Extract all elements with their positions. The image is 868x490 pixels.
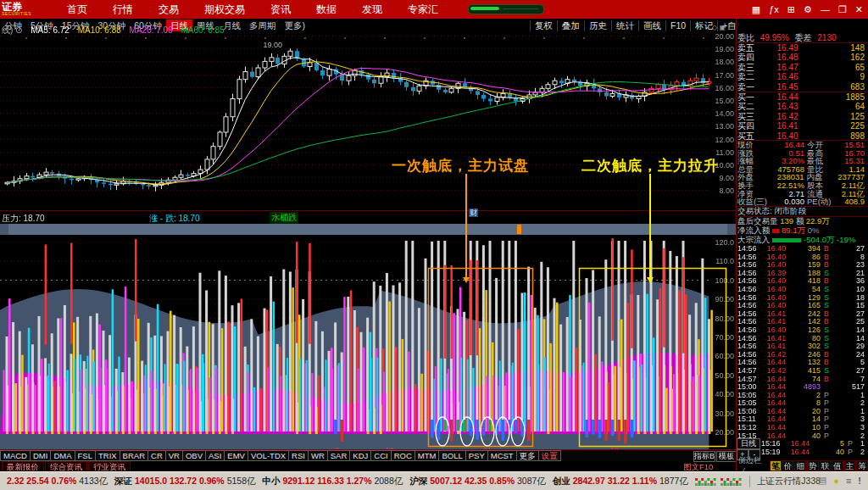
ma10-legend: MA10: 6.88 [78,25,121,35]
tick-side: B [821,376,832,384]
tick-row: 14:5616.41242B27 [737,310,866,319]
indicator-tab[interactable]: 设置 [539,450,561,461]
inflow-label: 净流入额 [737,226,770,235]
alarm-icon[interactable]: ! [858,476,861,486]
indicator-tab[interactable]: CR [148,450,166,461]
status-bar: 2.32 25.54 0.76% 4133亿深证 14015.0 132.72 … [0,471,868,490]
indicator-tab[interactable]: ROC [392,450,415,461]
minimize-icon[interactable]: — [821,4,830,14]
stat-label: PE(动) [804,198,838,206]
tick-row: 14:5616.40129S18 [737,294,866,303]
divider [736,140,868,141]
restore-icon[interactable]: ❐ [838,4,847,15]
layout-icon[interactable]: ▦ [752,4,760,15]
bid-volume: 64 [812,102,866,111]
ask-volume: 162 [812,53,866,62]
sidebar-tab[interactable]: 筹 [856,460,868,471]
indicator-tab[interactable]: EMV [225,450,248,461]
bid-label: 买二 [737,102,763,111]
chart-toolbar-button[interactable]: 叠加 [557,20,584,31]
indicator-tab[interactable]: BOLL [439,450,465,461]
tick-row: 14:5616.41142B25 [737,318,866,326]
indicator-tab[interactable]: OBV [183,450,206,461]
sidebar-tab[interactable]: 势 [807,460,819,471]
indicator-tab[interactable]: RSI [289,450,309,461]
menu-item[interactable]: 首页 [54,3,100,17]
chart-toolbar-button[interactable]: 画线 [638,20,665,31]
index-quote: 2.32 25.54 0.76% 4133亿 [7,476,108,487]
menu-item[interactable]: 资讯 [258,3,303,17]
main-chart-canvas[interactable] [0,32,736,471]
divider [736,42,868,43]
alert-circle-icon[interactable]: ● [833,476,839,486]
stat-value: 0.030 [772,198,804,206]
block-label: 大宗流入 [737,235,770,244]
tick-time: 15:19 [761,448,785,457]
period-item[interactable]: 更多) [280,19,309,31]
chart-toolbar-button[interactable]: 统计 [611,20,638,31]
status-right-icons: ▤●≡! [818,475,861,486]
event-marker[interactable]: 财 [469,209,478,217]
index-amount: 3087亿 [517,476,546,486]
menu-item[interactable]: 行情 [100,3,146,17]
indicator-tab[interactable]: WR [309,450,328,461]
sidebar-tab[interactable]: 价 [782,460,794,471]
chart-toolbar-button[interactable]: 复权 [530,20,557,31]
sidebar-tab[interactable]: 笔 [770,460,782,471]
indicator-tab[interactable]: TRIX [96,450,120,461]
bid-label: 买三 [737,112,763,121]
indicator-tab[interactable]: MTM [415,450,440,461]
marker-diamond-icon[interactable]: ◇ ▣ [712,24,726,31]
indicator-tab[interactable]: MACD [0,450,31,461]
indicator-tab[interactable]: FSL [75,450,96,461]
block-value: -504.0万 [804,235,834,244]
indicator-group-button[interactable]: 指标B [693,451,715,462]
index-quote: 沪深 5007.12 42.35 0.85% 3087亿 [409,476,546,487]
ask-row: 卖一16.45683 [737,82,866,92]
menu-item[interactable]: 数据 [303,3,349,17]
legend-prefix: 线) ⊙ [2,25,23,35]
indicator-tab[interactable]: 更多 [517,450,539,461]
indicator-tab[interactable]: KDJ [350,450,371,461]
tick-row: 15:1116.4414P3 [737,415,866,424]
list-icon[interactable]: ≡ [846,476,851,486]
index-name: 深证 [114,476,135,486]
menu-item[interactable]: 专家汇 [395,3,451,17]
indicator-tab[interactable]: CCI [371,450,391,461]
indicator-legend-mid: 涨 - 跌: 18.70 [149,213,199,225]
sidebar-tab[interactable]: 联 [820,460,832,471]
indicator-tab[interactable]: BRAR [120,450,148,461]
stat-row: 收益(三)0.030PE(动)408.9 [737,198,866,206]
chart-toolbar-button[interactable]: 历史 [584,20,611,31]
tick-row: 14:5616.41302S29 [737,342,866,351]
fx-icon[interactable]: ƒx [769,4,779,14]
indicator-tab[interactable]: SAR [328,450,351,461]
menu-item[interactable]: 发现 [349,3,395,17]
weibi-cell: 49.95% [758,33,789,42]
close-icon[interactable]: ✕ [855,4,863,15]
divider [736,216,868,217]
bid-volume: 125 [812,112,866,121]
ask-label: 卖三 [737,63,763,72]
menu-item[interactable]: 期权交易 [192,3,258,17]
sidebar-tab[interactable]: 值 [832,460,843,471]
indicator-tab[interactable]: ASI [206,450,225,461]
indicator-tab[interactable]: MCST [488,450,517,461]
period-item[interactable]: 多周期 [245,19,281,31]
menu-item[interactable]: 交易 [146,3,192,17]
chart-toolbar-button[interactable]: F10 [665,20,690,31]
settings-gear-icon[interactable]: ⚙ [804,4,812,15]
tick-list[interactable]: 14:5616.40394B2714:5616.4086B814:5616.40… [737,245,866,456]
sidebar-tab[interactable]: 细 [794,460,806,471]
notes-icon[interactable]: ▤ [818,475,826,486]
indicator-tab[interactable]: VOL-TDX [248,450,289,461]
index-amount: 5158亿 [227,476,256,486]
bid-price: 16.43 [763,102,812,111]
indicator-tab[interactable]: PSY [466,450,488,461]
indicator-tab[interactable]: DMA [51,450,75,461]
sidebar-tab[interactable]: 主 [844,460,856,471]
indicator-tab[interactable]: DMI [31,450,51,461]
indicator-tab[interactable]: VR [166,450,183,461]
template-button[interactable]: 模板 [716,451,737,462]
grid-icon[interactable]: ⊞ [787,4,795,15]
